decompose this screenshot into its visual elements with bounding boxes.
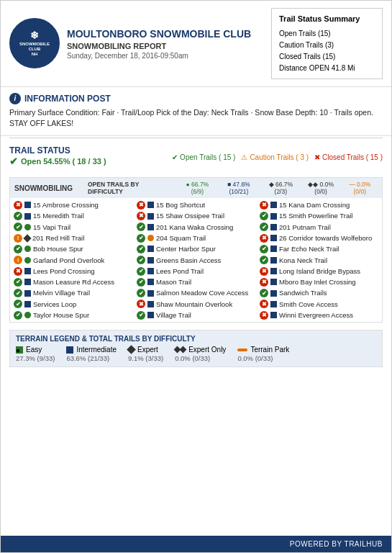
trail-item: ✖15 Ambrose Crossing xyxy=(12,199,135,210)
legend-item-4: Terrain Park0.0% (0/33) xyxy=(237,346,289,362)
status-open-icon: ✔ xyxy=(260,245,268,253)
info-section: i INFORMATION POST Primary Surface Condi… xyxy=(1,87,391,137)
legend-label: Terrain Park xyxy=(250,346,289,354)
trail-name: 204 Squam Trail xyxy=(156,233,206,243)
trail-name: Kona Neck Trail xyxy=(279,256,327,265)
legend-inter-icon xyxy=(66,346,73,354)
trail-item: ✔15 Meredith Trail xyxy=(12,210,135,221)
legend-pct: 27.3% (9/33) xyxy=(16,354,55,362)
inter-diff-icon xyxy=(24,290,31,297)
easy-diff-icon xyxy=(24,224,31,230)
legend-section: TERRAIN LEGEND & TOTAL TRAILS by DIFFICU… xyxy=(9,330,383,367)
trail-name: 15 Bog Shortcut xyxy=(156,200,205,210)
badge-closed-label: Closed Trails ( 15 ) xyxy=(322,153,383,161)
inter-diff-icon xyxy=(147,213,154,220)
snow-header: SNOWMOBILING OPEN TRAILS BY DIFFICULTY ●… xyxy=(10,178,382,198)
badge-open-icon: ✔ xyxy=(172,153,178,161)
logo-text3: NH xyxy=(32,52,38,57)
status-open-icon: ✔ xyxy=(137,234,145,243)
status-open-icon: ✔ xyxy=(260,222,268,231)
legend-label: Easy xyxy=(26,346,42,354)
trail-item: ✔Melvin Village Trail xyxy=(12,287,135,298)
status-closed-icon: ✖ xyxy=(260,201,268,210)
diff-expert-val: 66.7% (2/3) xyxy=(275,181,293,195)
status-closed-icon: ✖ xyxy=(137,300,145,308)
trail-item: ✖26 Corridor towards Wolfeboro xyxy=(257,233,380,243)
status-open-icon: ✔ xyxy=(14,222,22,231)
inter-diff-icon xyxy=(270,301,277,307)
trail-name: 15 Vapi Trail xyxy=(33,222,70,232)
logo: ❄ SNOWMOBILE CLUB NH xyxy=(9,18,60,68)
badge-closed-icon: ✖ xyxy=(314,153,320,161)
diff-inter-pct: ■ 47.6% (10/21) xyxy=(217,181,260,195)
trail-item: ✔201 Putnam Trail xyxy=(257,222,380,233)
diff-header: OPEN TRAILS BY DIFFICULTY xyxy=(88,181,175,195)
status-open-icon: ✔ xyxy=(137,311,145,320)
legend-terrain-icon xyxy=(237,349,247,351)
report-date: Sunday, December 18, 2016-09:50am xyxy=(67,52,264,60)
open-check-icon: ✔ xyxy=(9,156,18,167)
status-open-icon: ✔ xyxy=(14,300,22,308)
easy-diff-icon xyxy=(24,312,31,318)
inter-diff-icon xyxy=(270,246,277,252)
inter-diff-icon xyxy=(270,235,277,241)
inter-diff-icon xyxy=(270,279,277,285)
inter-diff-icon xyxy=(147,268,154,274)
inter-diff-icon xyxy=(24,202,31,208)
info-text: Primary Surface Condition: Fair · Trail/… xyxy=(9,107,383,130)
inter-diff-icon xyxy=(270,312,277,318)
summary-distance: Distance OPEN 41.8 Mi xyxy=(279,63,375,74)
inter-diff-icon xyxy=(24,268,31,274)
trail-item: ✖Shaw Mountain Overlook xyxy=(135,299,257,310)
trail-item: ✔15 Smith Powerline Trail xyxy=(257,210,380,221)
trail-status-badges: ✔ Open Trails ( 15 ) ⚠ Caution Trails ( … xyxy=(172,153,383,161)
trail-name: 201 Kana Waka Crossing xyxy=(156,222,233,232)
legend-label: Expert xyxy=(137,346,158,354)
status-open-icon: ✔ xyxy=(137,289,145,297)
easy-diff-icon xyxy=(24,246,31,252)
trail-name: Taylor House Spur xyxy=(33,310,89,320)
club-name: MOULTONBORO SNOWMOBILE CLUB xyxy=(67,27,264,40)
legend-pct: 63.6% (21/33) xyxy=(66,354,109,362)
inter-diff-icon xyxy=(147,224,154,230)
easy-dot-icon: ● xyxy=(186,181,190,188)
summary-open: Open Trails (15) xyxy=(279,28,375,40)
status-caution-icon: ! xyxy=(14,256,22,264)
header-text: MOULTONBORO SNOWMOBILE CLUB SNOWMOBILING… xyxy=(67,27,264,60)
status-closed-icon: ✖ xyxy=(260,300,268,308)
snow-title: SNOWMOBILING xyxy=(14,184,79,192)
trail-item: ✖Smith Cove Access xyxy=(257,299,380,310)
trail-name: Shaw Mountain Overlook xyxy=(156,300,232,309)
info-title-text: INFORMATION POST xyxy=(24,94,111,104)
trail-item: ✔Bob House Spur xyxy=(12,243,135,254)
legend-pct: 0.0% (0/33) xyxy=(175,354,210,362)
status-closed-icon: ✖ xyxy=(260,311,268,320)
legend-icon-label: ●Easy xyxy=(16,346,42,354)
status-open-icon: ✔ xyxy=(260,256,268,264)
status-open-icon: ✔ xyxy=(14,245,22,253)
status-open-icon: ✔ xyxy=(14,311,22,320)
snowmobiling-section: SNOWMOBILING OPEN TRAILS BY DIFFICULTY ●… xyxy=(9,177,383,323)
exponly-icon: ◆◆ xyxy=(308,181,318,188)
legend-item-2: Expert9.1% (3/33) xyxy=(128,346,163,362)
inter-diff-icon xyxy=(270,257,277,264)
legend-icon-label: Intermediate xyxy=(66,346,117,354)
inter-diff-icon xyxy=(24,213,31,220)
trail-status-header: TRAIL STATUS ✔ Open 54.55% ( 18 / 33 ) ✔… xyxy=(9,145,383,168)
inter-diff-icon xyxy=(147,312,154,318)
difficulty-bar: OPEN TRAILS BY DIFFICULTY ● 66.7% (6/9) … xyxy=(85,181,378,195)
trail-col-3: ✖15 Kana Dam Crossing✔15 Smith Powerline… xyxy=(257,199,380,320)
status-open-icon: ✔ xyxy=(260,289,268,297)
summary-caution: Caution Trails (3) xyxy=(279,40,375,51)
trail-name: Mboro Bay Inlet Crossing xyxy=(279,277,356,287)
trail-item: ✔Center Harbor Spur xyxy=(135,243,257,254)
open-pct-text: Open 54.55% ( 18 / 33 ) xyxy=(21,157,106,166)
trail-name: Winni Evergreen Access xyxy=(279,310,353,320)
trail-item: ✔Services Loop xyxy=(12,299,135,310)
trails-grid: ✖15 Ambrose Crossing✔15 Meredith Trail✔1… xyxy=(10,198,382,322)
inter-diff-icon xyxy=(270,224,277,230)
trail-status-title: TRAIL STATUS ✔ Open 54.55% ( 18 / 33 ) xyxy=(9,145,106,168)
trail-item: ✔Village Trail xyxy=(135,310,257,320)
status-open-icon: ✔ xyxy=(14,212,22,220)
trail-name: 26 Corridor towards Wolfeboro xyxy=(279,233,372,243)
